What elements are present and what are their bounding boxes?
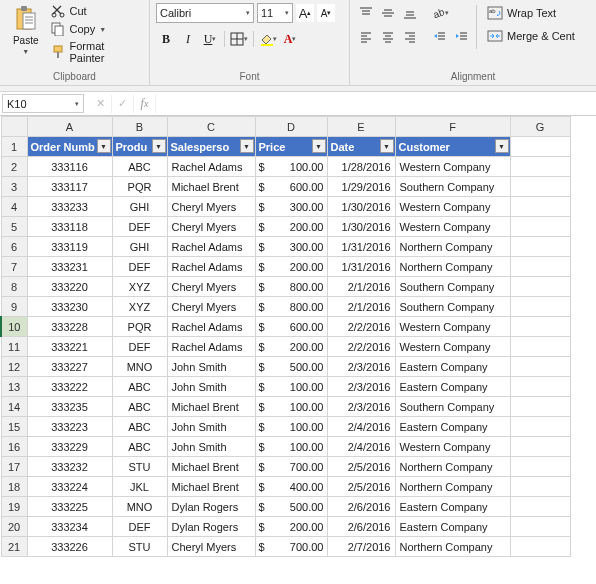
row-header[interactable]: 18 [1, 477, 27, 497]
cell[interactable]: 333235 [27, 397, 112, 417]
cell[interactable]: Eastern Company [395, 517, 510, 537]
cell[interactable]: 2/5/2016 [327, 477, 395, 497]
row-header[interactable]: 3 [1, 177, 27, 197]
column-header[interactable]: E [327, 117, 395, 137]
paste-button[interactable]: Paste ▼ [6, 3, 45, 65]
row-header[interactable]: 12 [1, 357, 27, 377]
cell[interactable]: MNO [112, 357, 167, 377]
cell[interactable]: ABC [112, 377, 167, 397]
filter-icon[interactable]: ▼ [240, 139, 254, 153]
cell[interactable] [510, 537, 570, 557]
decrease-font-button[interactable]: A▾ [317, 4, 335, 22]
cell[interactable]: John Smith [167, 357, 255, 377]
cell[interactable]: Western Company [395, 317, 510, 337]
cell[interactable]: DEF [112, 517, 167, 537]
cell[interactable] [510, 297, 570, 317]
filter-icon[interactable]: ▼ [380, 139, 394, 153]
cell[interactable] [510, 357, 570, 377]
cell[interactable]: 333225 [27, 497, 112, 517]
row-header[interactable]: 11 [1, 337, 27, 357]
cell[interactable]: $800.00 [255, 297, 327, 317]
fill-color-button[interactable]: ▾ [258, 29, 278, 49]
cell[interactable]: $200.00 [255, 257, 327, 277]
column-header[interactable]: D [255, 117, 327, 137]
orientation-button[interactable]: ab▾ [430, 3, 450, 23]
cell[interactable]: GHI [112, 197, 167, 217]
row-header[interactable]: 15 [1, 417, 27, 437]
cell[interactable]: $400.00 [255, 477, 327, 497]
cell[interactable]: $600.00 [255, 177, 327, 197]
name-box[interactable]: K10 ▾ [2, 94, 84, 113]
cell[interactable]: 333118 [27, 217, 112, 237]
cell[interactable] [510, 337, 570, 357]
bold-button[interactable]: B [156, 29, 176, 49]
cut-button[interactable]: Cut [49, 3, 143, 19]
cell[interactable]: ABC [112, 437, 167, 457]
filter-icon[interactable]: ▼ [152, 139, 166, 153]
cell[interactable]: JKL [112, 477, 167, 497]
cell[interactable]: Western Company [395, 337, 510, 357]
cell[interactable] [510, 437, 570, 457]
cell[interactable]: $500.00 [255, 357, 327, 377]
cell[interactable]: Cheryl Myers [167, 297, 255, 317]
column-header[interactable]: A [27, 117, 112, 137]
cell[interactable] [510, 457, 570, 477]
cell[interactable]: 333117 [27, 177, 112, 197]
decrease-indent-button[interactable] [430, 27, 450, 47]
cell[interactable]: $300.00 [255, 197, 327, 217]
font-name-combo[interactable]: Calibri ▾ [156, 3, 254, 23]
wrap-text-button[interactable]: ab Wrap Text [487, 3, 575, 23]
cell[interactable]: 333223 [27, 417, 112, 437]
cell[interactable]: Michael Brent [167, 397, 255, 417]
row-header[interactable]: 20 [1, 517, 27, 537]
column-header[interactable]: C [167, 117, 255, 137]
cell[interactable]: Dylan Rogers [167, 497, 255, 517]
cell[interactable]: 2/4/2016 [327, 437, 395, 457]
cell[interactable]: Michael Brent [167, 177, 255, 197]
cell[interactable]: $100.00 [255, 157, 327, 177]
cell[interactable]: 1/30/2016 [327, 217, 395, 237]
cell[interactable] [510, 237, 570, 257]
cell[interactable]: PQR [112, 317, 167, 337]
cell[interactable]: $700.00 [255, 457, 327, 477]
cell[interactable]: Northern Company [395, 477, 510, 497]
cell[interactable]: Eastern Company [395, 417, 510, 437]
cell[interactable]: Southern Company [395, 297, 510, 317]
table-header-cell[interactable]: Produ▼ [112, 137, 167, 157]
cell[interactable] [510, 157, 570, 177]
format-painter-button[interactable]: Format Painter [49, 39, 143, 65]
cell[interactable]: Northern Company [395, 537, 510, 557]
increase-font-button[interactable]: A▴ [296, 4, 314, 22]
cell[interactable]: XYZ [112, 277, 167, 297]
cell[interactable] [510, 137, 570, 157]
cancel-formula-button[interactable]: ✕ [90, 95, 112, 113]
cell[interactable]: Southern Company [395, 397, 510, 417]
fx-button[interactable]: fx [134, 95, 156, 113]
table-header-cell[interactable]: Salesperso▼ [167, 137, 255, 157]
cell[interactable]: 333227 [27, 357, 112, 377]
cell[interactable]: STU [112, 457, 167, 477]
cell[interactable] [510, 177, 570, 197]
row-header[interactable]: 6 [1, 237, 27, 257]
column-header[interactable]: G [510, 117, 570, 137]
cell[interactable]: 1/31/2016 [327, 257, 395, 277]
cell[interactable]: $100.00 [255, 397, 327, 417]
column-header[interactable]: F [395, 117, 510, 137]
cell[interactable]: 333224 [27, 477, 112, 497]
cell[interactable]: Cheryl Myers [167, 277, 255, 297]
cell[interactable]: 333229 [27, 437, 112, 457]
cell[interactable]: 1/31/2016 [327, 237, 395, 257]
underline-button[interactable]: U▾ [200, 29, 220, 49]
cell[interactable]: $800.00 [255, 277, 327, 297]
cell[interactable]: 2/1/2016 [327, 277, 395, 297]
cell[interactable]: 333116 [27, 157, 112, 177]
cell[interactable]: 1/29/2016 [327, 177, 395, 197]
cell[interactable]: Cheryl Myers [167, 197, 255, 217]
cell[interactable]: Western Company [395, 437, 510, 457]
cell[interactable]: GHI [112, 237, 167, 257]
row-header[interactable]: 17 [1, 457, 27, 477]
cell[interactable]: 1/30/2016 [327, 197, 395, 217]
cell[interactable] [510, 257, 570, 277]
cell[interactable]: ABC [112, 417, 167, 437]
cell[interactable] [510, 197, 570, 217]
